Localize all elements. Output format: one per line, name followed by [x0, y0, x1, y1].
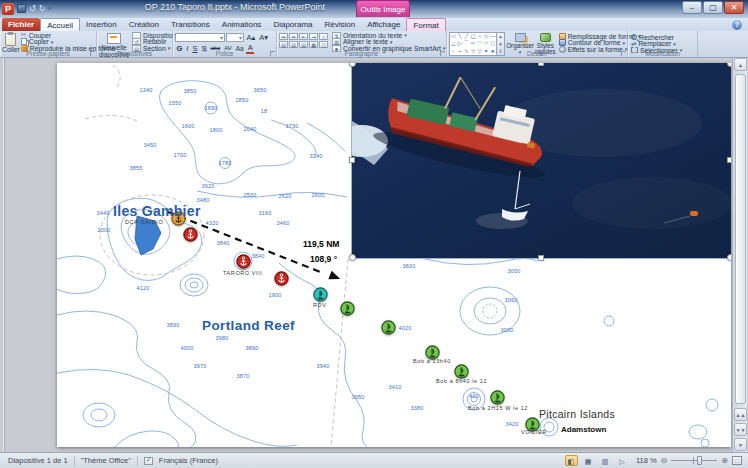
- tab-création[interactable]: Création: [123, 18, 165, 31]
- search-icon: [631, 34, 637, 40]
- selection-handle-bottom-right[interactable]: [727, 254, 731, 261]
- save-icon[interactable]: [17, 4, 26, 13]
- tab-révision[interactable]: Révision: [319, 18, 362, 31]
- window-controls: – ▢ ✕: [682, 1, 744, 14]
- align-right-icon[interactable]: ▤: [299, 41, 308, 48]
- minimize-button[interactable]: –: [682, 1, 702, 14]
- selection-handle-bottom-middle[interactable]: [538, 255, 544, 261]
- tab-affichage[interactable]: Affichage: [361, 18, 406, 31]
- theme-name: "Thème Office": [81, 456, 131, 465]
- maximize-button[interactable]: ▢: [703, 1, 723, 14]
- clipboard-dialog-launcher[interactable]: [90, 51, 95, 56]
- quick-styles-icon: [540, 33, 551, 42]
- align-center-icon[interactable]: ▤: [289, 41, 298, 48]
- ribbon: Coller ✂Couper Copier▾ Reproduire la mis…: [0, 31, 748, 58]
- increase-indent-icon[interactable]: ⇥: [309, 33, 318, 40]
- bullets-icon[interactable]: ≔: [279, 33, 288, 40]
- new-slide-icon: [107, 33, 121, 44]
- place-label-taroro-viii: TARORO VIII: [223, 270, 263, 276]
- scroll-up-icon[interactable]: ▲: [734, 58, 747, 71]
- grow-font-button[interactable]: A▴: [245, 33, 257, 42]
- zoom-slider[interactable]: [671, 456, 717, 465]
- editing-area: 1340385036501550189028501816001800204037…: [0, 58, 748, 452]
- context-tab-group-header: Outils Image: [356, 0, 410, 17]
- selection-handle-top-middle[interactable]: [538, 63, 544, 66]
- place-label-voilier: VOILIER: [521, 429, 547, 435]
- quick-access-toolbar: P ↺ ↻ ▾: [2, 1, 51, 16]
- slide-counter: Diapositive 1 de 1: [8, 456, 68, 465]
- tab-animations[interactable]: Animations: [216, 18, 268, 31]
- group-editing: Rechercher ⇄Remplacer▾ Sélectionner▾ Mod…: [628, 31, 698, 57]
- selection-handle-bottom-left[interactable]: [349, 254, 356, 261]
- place-label-bob-2h15-w-le-12: Bob à 2H15 W le 12: [468, 405, 528, 411]
- group-font: ▾ ▾ A▴ A▾ G I S S abc AV Aa A Police: [173, 31, 277, 57]
- slide-sorter-view-icon[interactable]: ▦: [582, 455, 595, 466]
- reading-view-icon[interactable]: ▥: [599, 455, 612, 466]
- line-spacing-icon[interactable]: ↕: [319, 33, 328, 40]
- place-label-adamstown: Adamstown: [561, 425, 606, 434]
- arrange-icon: [515, 33, 526, 42]
- place-label-pitcairn-islands: Pitcairn Islands: [539, 408, 615, 420]
- tab-transitions[interactable]: Transitions: [165, 18, 216, 31]
- numbering-icon[interactable]: ≕: [289, 33, 298, 40]
- ribbon-tab-row: FichierAccueilInsertionCréationTransitio…: [0, 18, 748, 31]
- tab-insertion[interactable]: Insertion: [80, 18, 123, 31]
- next-slide-icon[interactable]: ▼▼: [734, 423, 747, 436]
- help-icon[interactable]: ?: [732, 20, 742, 30]
- rescue-photo[interactable]: [352, 63, 731, 258]
- new-slide-button[interactable]: Nouvelle diapositive▾: [99, 32, 129, 49]
- arrange-button[interactable]: Organiser▾: [507, 32, 533, 49]
- tab-fichier[interactable]: Fichier: [2, 18, 40, 31]
- normal-view-icon[interactable]: ◧: [565, 455, 578, 466]
- group-drawing: ▭╲╱▢○◇— △▷⌒⇨◠☆◻ ◦⌐∿⊃▽✦● ▲▼⊽ Organiser▾ S…: [447, 31, 628, 57]
- paste-button[interactable]: Coller: [2, 32, 20, 49]
- selection-handle-top-right[interactable]: [727, 63, 731, 67]
- slideshow-view-icon[interactable]: ▷: [616, 455, 629, 466]
- selection-handle-middle-right[interactable]: [727, 157, 731, 163]
- align-left-icon[interactable]: ▤: [279, 41, 288, 48]
- scrollbar-thumb[interactable]: [735, 74, 746, 404]
- tab-format[interactable]: Format: [406, 18, 445, 31]
- tab-accueil[interactable]: Accueil: [40, 18, 80, 31]
- spellcheck-icon[interactable]: [144, 457, 153, 465]
- place-label-bob-8h40-le-12: Bob à 8h40 le 12: [436, 378, 487, 384]
- zoom-level[interactable]: 118 %: [633, 456, 657, 465]
- shrink-font-button[interactable]: A▾: [258, 33, 270, 42]
- status-bar: Diapositive 1 de 1 "Thème Office" França…: [0, 452, 748, 468]
- undo-icon[interactable]: ↺: [29, 2, 36, 15]
- qat-dropdown-icon[interactable]: ▾: [48, 2, 51, 15]
- window-title: OP 210 Taporo 8.pptx - Microsoft PowerPo…: [120, 2, 350, 12]
- place-label-iles-gambier: Iles Gambier: [113, 203, 201, 219]
- font-size-combobox[interactable]: ▾: [226, 33, 244, 42]
- place-label-rdv: RDV: [313, 302, 326, 308]
- tab-diaporama[interactable]: Diaporama: [267, 18, 318, 31]
- zoom-out-icon[interactable]: ⊖: [661, 456, 668, 465]
- powerpoint-window: P ↺ ↻ ▾ OP 210 Taporo 8.pptx - Microsoft…: [0, 0, 748, 468]
- zoom-in-icon[interactable]: ⊕: [721, 456, 728, 465]
- selection-handle-middle-left[interactable]: [349, 157, 355, 163]
- group-paragraph: ≔ ≕ ⇤ ⇥ ↕ ▤ ▤ ▤ ▦ ◫ ⇅Orientation du text…: [277, 31, 447, 57]
- title-bar: P ↺ ↻ ▾ OP 210 Taporo 8.pptx - Microsoft…: [0, 0, 748, 18]
- drawing-dialog-launcher[interactable]: [621, 51, 626, 56]
- columns-icon[interactable]: ◫: [319, 41, 328, 48]
- zoom-slider-thumb[interactable]: [697, 456, 702, 465]
- font-name-combobox[interactable]: ▾: [175, 33, 225, 42]
- previous-slide-icon[interactable]: ▲▲: [734, 408, 747, 421]
- font-dialog-launcher[interactable]: [270, 51, 275, 56]
- decrease-indent-icon[interactable]: ⇤: [299, 33, 308, 40]
- slides-pane-splitter[interactable]: [3, 58, 4, 452]
- redo-icon[interactable]: ↻: [39, 2, 46, 15]
- justify-icon[interactable]: ▦: [309, 41, 318, 48]
- quick-styles-button[interactable]: Styles rapides▾: [535, 32, 556, 49]
- slide-canvas[interactable]: 1340385036501550189028501816001800204037…: [57, 63, 731, 447]
- place-label-bob-13h40: Bob à 13h40: [413, 358, 451, 364]
- close-button[interactable]: ✕: [724, 1, 744, 14]
- scroll-down-icon[interactable]: ▼: [734, 438, 747, 451]
- language-indicator[interactable]: Français (France): [159, 456, 218, 465]
- fit-to-window-icon[interactable]: ⛶: [732, 456, 742, 465]
- paragraph-dialog-launcher[interactable]: [440, 51, 445, 56]
- clipboard-icon: [5, 33, 16, 46]
- route-distance-label: 119,5 NM: [303, 239, 339, 249]
- powerpoint-icon[interactable]: P: [2, 3, 14, 15]
- vertical-scrollbar[interactable]: ▲ ▲▲ ▼▼ ▼: [732, 58, 747, 452]
